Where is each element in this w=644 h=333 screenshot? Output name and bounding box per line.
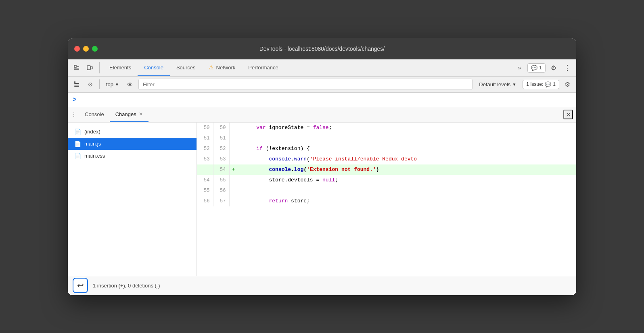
svg-rect-6 — [74, 83, 79, 84]
device-toolbar-button[interactable] — [84, 62, 95, 73]
traffic-lights — [74, 46, 98, 52]
tabs-right: » 💬 1 ⚙ ⋮ — [514, 62, 573, 73]
context-selector[interactable]: top ▼ — [103, 80, 122, 89]
maximize-button[interactable] — [92, 46, 98, 52]
svg-rect-4 — [87, 66, 90, 70]
close-button[interactable] — [74, 46, 80, 52]
table-row: 50 50 var ignoreState = false; — [197, 123, 576, 133]
levels-arrow-icon: ▼ — [512, 82, 516, 87]
panel-close-button[interactable]: ✕ — [563, 110, 573, 119]
devtools-body: Elements Console Sources ⚠ Network Perfo… — [68, 59, 576, 295]
tabs-left-icons — [71, 62, 100, 73]
table-row: 56 57 return store; — [197, 196, 576, 206]
bottom-bar: ↩ 1 insertion (+), 0 deletions (-) — [68, 276, 576, 295]
tab-sources[interactable]: Sources — [170, 60, 202, 76]
svg-rect-8 — [74, 81, 75, 83]
table-row: 54 55 store.devtools = null; — [197, 175, 576, 185]
more-tabs-button[interactable]: » — [514, 62, 525, 73]
messages-badge-button[interactable]: 💬 1 — [527, 63, 546, 73]
file-item-index[interactable]: 📄 (index) — [68, 126, 197, 138]
code-table: 50 50 var ignoreState = false; 51 51 — [197, 123, 576, 206]
filter-input[interactable] — [138, 79, 473, 90]
inspect-element-button[interactable] — [71, 62, 82, 73]
panel-tabs: ⋮ Console Changes ✕ ✕ — [68, 107, 576, 123]
table-row: 55 56 — [197, 185, 576, 196]
issues-message-icon: 💬 — [545, 81, 551, 87]
revert-button[interactable]: ↩ — [73, 278, 88, 293]
dropdown-arrow-icon: ▼ — [115, 82, 119, 87]
svg-rect-0 — [74, 65, 76, 67]
file-icon-css: 📄 — [74, 153, 81, 159]
titlebar: DevTools - localhost:8080/docs/devtools/… — [68, 38, 576, 59]
tab-elements[interactable]: Elements — [103, 60, 138, 76]
prompt-line[interactable]: > — [68, 93, 576, 107]
issues-badge[interactable]: 1 Issue: 💬 1 — [523, 80, 559, 89]
file-item-mainjs[interactable]: 📄 main.js — [68, 138, 197, 150]
table-row: 53 53 console.warn('Please install/enabl… — [197, 154, 576, 164]
changes-tab-close[interactable]: ✕ — [139, 111, 143, 117]
diff-summary: 1 insertion (+), 0 deletions (-) — [93, 283, 160, 289]
drag-handle: ⋮ — [71, 111, 79, 118]
table-row: 52 52 if (!extension) { — [197, 144, 576, 154]
prompt-symbol: > — [73, 96, 76, 103]
tab-network[interactable]: ⚠ Network — [202, 60, 242, 76]
file-icon-page: 📄 — [74, 129, 81, 135]
settings-button[interactable]: ⚙ — [548, 62, 559, 73]
table-row: 51 51 — [197, 133, 576, 144]
console-toolbar: ⊘ top ▼ 👁 Default levels ▼ 1 Issue: 💬 1 … — [68, 77, 576, 93]
file-item-maincss[interactable]: 📄 main.css — [68, 150, 197, 162]
tab-changes-panel[interactable]: Changes ✕ — [110, 107, 148, 122]
code-view: 50 50 var ignoreState = false; 51 51 — [197, 123, 576, 276]
split-layout: 📄 (index) 📄 main.js 📄 main.css — [68, 123, 576, 276]
eye-button[interactable]: 👁 — [125, 79, 136, 90]
toolbar-separator — [99, 79, 100, 89]
console-settings-button[interactable]: ⚙ — [562, 79, 573, 90]
devtools-window: DevTools - localhost:8080/docs/devtools/… — [68, 38, 576, 295]
default-levels-button[interactable]: Default levels ▼ — [475, 80, 520, 89]
table-row: 54 + console.log('Extension not found.') — [197, 164, 576, 175]
network-warning-icon: ⚠ — [209, 64, 214, 71]
file-sidebar: 📄 (index) 📄 main.js 📄 main.css — [68, 123, 197, 276]
revert-icon: ↩ — [77, 281, 84, 290]
main-tabs-bar: Elements Console Sources ⚠ Network Perfo… — [68, 60, 576, 77]
minimize-button[interactable] — [83, 46, 89, 52]
clear-console-button[interactable] — [71, 79, 82, 90]
svg-rect-9 — [74, 86, 79, 87]
svg-rect-7 — [74, 85, 79, 85]
more-options-button[interactable]: ⋮ — [562, 62, 573, 73]
tab-console-panel[interactable]: Console — [79, 107, 110, 122]
svg-rect-5 — [91, 67, 92, 69]
no-filter-button[interactable]: ⊘ — [85, 79, 96, 90]
panel-container: ⋮ Console Changes ✕ ✕ 📄 (inde — [68, 107, 576, 295]
tab-console[interactable]: Console — [138, 60, 170, 76]
file-icon-js: 📄 — [74, 141, 81, 147]
message-icon: 💬 — [531, 65, 537, 71]
main-tabs-list: Elements Console Sources ⚠ Network Perfo… — [103, 60, 514, 76]
window-title: DevTools - localhost:8080/docs/devtools/… — [259, 46, 385, 52]
tab-performance[interactable]: Performance — [242, 60, 284, 76]
